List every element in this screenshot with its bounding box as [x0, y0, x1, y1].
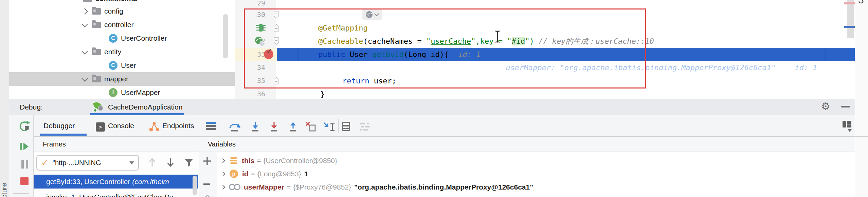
margin-guide-on-selection — [825, 48, 825, 61]
variable-value: {$Proxy76@9852} — [293, 183, 351, 191]
structure-toolwindow-button[interactable]: Structure — [0, 173, 8, 197]
frame-row-selected[interactable]: getById:33, UserController (com.itheim — [34, 175, 198, 189]
minimize-icon[interactable] — [841, 106, 850, 107]
debug-panel-title: Debug: — [20, 99, 43, 115]
variables-panel-title: Variables — [208, 137, 236, 152]
interface-icon: I — [109, 88, 117, 97]
toolbar-separator — [338, 119, 339, 133]
variable-tostring-value: "org.apache.ibatis.binding.MapperProxy@1… — [354, 183, 533, 191]
frame-location: invoke:-1, UserController$$FastClassBy — [46, 193, 173, 197]
layout-settings-icon[interactable] — [206, 122, 216, 130]
tree-item-label: entity — [104, 48, 121, 56]
tab-debugger[interactable]: Debugger — [43, 115, 75, 136]
ide-window: Structure com.itheima config controller … — [0, 0, 868, 197]
chevron-right-icon — [220, 171, 225, 176]
endpoints-icon — [148, 121, 161, 134]
rerun-button[interactable] — [19, 120, 30, 133]
folder-icon — [83, 0, 92, 2]
dropdown-arrow-icon — [129, 161, 134, 164]
tree-item-label: mapper — [104, 75, 128, 83]
chevron-right-icon — [220, 184, 225, 189]
toolbar-separator — [222, 119, 222, 133]
frames-scrollbar[interactable] — [193, 176, 197, 195]
variable-value: {Long@9853} — [257, 170, 301, 178]
close-icon[interactable]: × — [168, 99, 173, 115]
scroll-up-partial-icon[interactable] — [204, 194, 211, 197]
tree-item-usercontroller[interactable]: C UserController — [109, 32, 234, 45]
clipped-glyph: 3 — [858, 0, 864, 6]
left-toolbar-divider — [13, 193, 29, 194]
tree-item-mapper[interactable]: mapper — [80, 72, 233, 86]
tree-item-label: UserMapper — [121, 88, 160, 97]
gear-icon[interactable]: ⚙ — [821, 100, 830, 113]
folder-icon — [92, 22, 101, 28]
project-tree-panel: com.itheima config controller C UserCont… — [9, 0, 235, 99]
error-stripe-caret-mark[interactable] — [844, 26, 855, 28]
debug-toolbar-row — [9, 115, 855, 137]
drop-frame-button[interactable] — [305, 121, 318, 134]
variable-row-this[interactable]: this = {UserController@9850} — [217, 154, 337, 167]
error-stripe-warning-mark[interactable] — [844, 2, 855, 4]
stop-button[interactable] — [20, 177, 29, 185]
variable-name: this — [242, 157, 254, 165]
equals-sign: = — [287, 183, 291, 191]
tree-item-config[interactable]: config — [80, 4, 233, 18]
filter-icon[interactable] — [184, 158, 194, 169]
red-annotation-rectangle — [244, 8, 646, 88]
dropdown-arrow-icon — [848, 129, 852, 132]
equals-sign: = — [251, 170, 255, 178]
folder-icon — [92, 8, 101, 15]
tree-item-user[interactable]: C User — [109, 59, 234, 72]
tab-console[interactable]: Console — [108, 115, 134, 136]
step-over-button[interactable] — [229, 121, 241, 134]
editor-scrollbar[interactable] — [847, 0, 854, 38]
step-out-button[interactable] — [287, 121, 299, 134]
frame-up-button-disabled — [148, 157, 156, 169]
frame-down-button[interactable] — [166, 157, 175, 169]
variable-row-usermapper[interactable]: userMapper = {$Proxy76@9852} "org.apache… — [217, 180, 533, 194]
tool-window-strip — [0, 0, 10, 197]
frame-location: getById:33, UserController — [46, 178, 132, 185]
force-step-into-button[interactable] — [268, 121, 280, 134]
tab-endpoints[interactable]: Endpoints — [162, 115, 194, 136]
class-icon: C — [109, 61, 117, 70]
resume-button[interactable] — [19, 141, 29, 153]
frame-package: (com.itheim — [132, 178, 169, 185]
frames-panel-title: Frames — [43, 137, 66, 152]
chevron-down-icon — [82, 75, 88, 81]
variable-value: {UserController@9850} — [264, 157, 337, 165]
tree-item-label: controller — [104, 21, 133, 29]
layout-editor-button[interactable] — [842, 120, 852, 131]
step-into-button[interactable] — [250, 121, 261, 134]
tree-scrollbar[interactable] — [223, 14, 228, 58]
variable-name: id — [242, 170, 249, 178]
variable-row-id[interactable]: p id = {Long@9853} 1 — [217, 167, 308, 180]
pause-button[interactable] — [20, 159, 29, 171]
thread-status-check-icon: ✓ — [41, 159, 49, 166]
console-icon: > — [96, 122, 105, 132]
this-object-icon — [230, 157, 237, 164]
content-header-row — [34, 137, 855, 152]
tree-item-usermapper[interactable]: I UserMapper — [109, 86, 234, 99]
code-token: } — [320, 90, 325, 98]
class-icon: C — [109, 34, 117, 43]
tree-item-label: com.itheima — [95, 0, 137, 3]
chevron-right-icon — [220, 158, 225, 163]
evaluate-expression-button[interactable] — [341, 121, 351, 133]
stream-debugger-button-disabled — [359, 123, 372, 133]
tree-item-label: User — [121, 61, 136, 70]
tree-item-controller[interactable]: controller — [80, 18, 233, 32]
frame-row[interactable]: invoke:-1, UserController$$FastClassBy — [46, 192, 173, 197]
debugger-tab-underline — [40, 134, 87, 136]
tree-item-entity[interactable]: entity — [80, 45, 233, 59]
remove-watch-button[interactable] — [203, 183, 210, 185]
structure-label: Structure — [0, 183, 8, 197]
thread-dropdown[interactable]: ✓ "http-...UNNING — [36, 155, 139, 171]
tree-item-label: config — [104, 7, 123, 15]
add-watch-button[interactable] — [203, 157, 212, 167]
chevron-down-icon — [82, 21, 88, 27]
thread-dropdown-value: "http-...UNNING — [53, 159, 125, 167]
parameter-icon: p — [230, 170, 238, 178]
text-cursor-pointer — [494, 30, 501, 45]
run-to-cursor-button[interactable] — [323, 121, 336, 134]
